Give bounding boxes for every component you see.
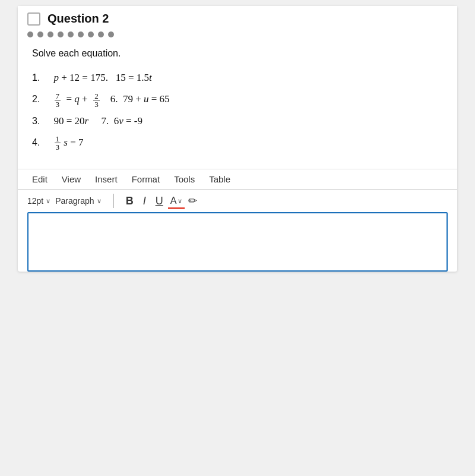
menu-table[interactable]: Table bbox=[209, 174, 230, 184]
font-size-value: 12pt bbox=[27, 196, 43, 206]
equation-row-1: 1. p + 12 = 175. 15 = 1.5t bbox=[32, 68, 443, 87]
pencil-button[interactable]: ✏ bbox=[185, 193, 201, 209]
menu-bar: Edit View Insert Format Tools Table bbox=[18, 169, 457, 189]
toolbar-separator bbox=[113, 194, 114, 208]
fraction-1-3-num: 1 bbox=[55, 135, 61, 143]
paragraph-chevron: ∨ bbox=[97, 197, 102, 205]
question-checkbox[interactable] bbox=[27, 12, 40, 26]
menu-edit[interactable]: Edit bbox=[32, 174, 48, 184]
fraction-1-3: 1 3 bbox=[55, 135, 61, 151]
paragraph-selector[interactable]: Paragraph ∨ bbox=[55, 196, 101, 206]
dot-5 bbox=[68, 31, 74, 37]
eq-text-2: 7 3 = q + 2 3 6. 79 + u = 65 bbox=[49, 90, 170, 109]
menu-view[interactable]: View bbox=[62, 174, 81, 184]
fraction-numerator-2: 2 bbox=[93, 92, 100, 100]
instruction-text: Solve each equation. bbox=[32, 48, 443, 59]
menu-tools[interactable]: Tools bbox=[174, 174, 195, 184]
eq-text-1: p + 12 = 175. 15 = 1.5t bbox=[49, 68, 152, 87]
menu-format[interactable]: Format bbox=[132, 174, 160, 184]
page-container: Question 2 Solve each equation. 1. p + 1… bbox=[0, 0, 475, 476]
paragraph-label: Paragraph bbox=[55, 196, 94, 206]
answer-input-area[interactable] bbox=[27, 212, 448, 272]
font-color-chevron: ∨ bbox=[178, 197, 182, 205]
question-card: Question 2 Solve each equation. 1. p + 1… bbox=[18, 6, 457, 272]
eq-num-3: 3. bbox=[32, 112, 49, 130]
font-color-label: A bbox=[170, 196, 177, 206]
dots-row bbox=[18, 28, 457, 39]
equations-block: 1. p + 12 = 175. 15 = 1.5t 2. 7 3 = q + bbox=[32, 68, 443, 152]
fraction-2-3: 2 3 bbox=[93, 92, 100, 108]
menu-insert[interactable]: Insert bbox=[95, 174, 118, 184]
eq-text-3: 90 = 20r 7. 6v = -9 bbox=[49, 112, 142, 131]
dot-6 bbox=[78, 31, 84, 37]
card-header: Question 2 bbox=[18, 6, 457, 28]
eq-num-4: 4. bbox=[32, 134, 49, 152]
fraction-1-3-den: 3 bbox=[55, 143, 61, 151]
dot-1 bbox=[27, 31, 33, 37]
question-title: Question 2 bbox=[48, 12, 109, 26]
bold-button[interactable]: B bbox=[121, 194, 138, 209]
font-color-button[interactable]: A ∨ bbox=[168, 194, 185, 209]
underline-button[interactable]: U bbox=[151, 194, 168, 209]
dot-3 bbox=[48, 31, 53, 37]
fraction-denominator-2: 3 bbox=[93, 100, 100, 108]
dot-9 bbox=[108, 31, 114, 37]
dot-4 bbox=[58, 31, 64, 37]
eq-text-4: 1 3 s = 7 bbox=[49, 133, 83, 152]
dot-2 bbox=[37, 31, 43, 37]
equation-row-3: 3. 90 = 20r 7. 6v = -9 bbox=[32, 112, 443, 131]
fraction-7-3: 7 3 bbox=[55, 92, 61, 108]
fraction-denominator: 3 bbox=[55, 100, 61, 108]
equation-row-4: 4. 1 3 s = 7 bbox=[32, 133, 443, 152]
equation-row-2: 2. 7 3 = q + 2 3 6. 79 + u = 65 bbox=[32, 90, 443, 109]
dot-8 bbox=[98, 31, 104, 37]
font-size-chevron: ∨ bbox=[46, 197, 50, 205]
dot-7 bbox=[88, 31, 94, 37]
eq-num-1: 1. bbox=[32, 69, 49, 87]
content-area: Solve each equation. 1. p + 12 = 175. 15… bbox=[18, 39, 457, 159]
fraction-numerator: 7 bbox=[55, 92, 61, 100]
toolbar: 12pt ∨ Paragraph ∨ B I U A ∨ ✏ bbox=[18, 190, 457, 212]
italic-button[interactable]: I bbox=[138, 194, 151, 209]
font-size-selector[interactable]: 12pt ∨ bbox=[27, 196, 50, 206]
eq-num-2: 2. bbox=[32, 90, 49, 108]
